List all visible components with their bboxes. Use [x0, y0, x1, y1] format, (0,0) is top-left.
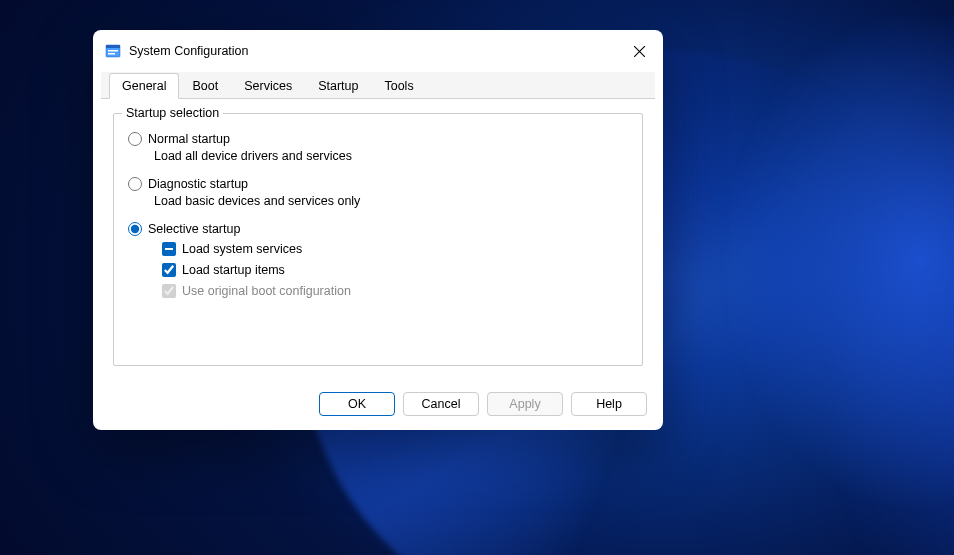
check-use-original-boot	[162, 284, 176, 298]
radio-desc: Load basic devices and services only	[154, 194, 628, 208]
radio-diagnostic-startup[interactable]	[128, 177, 142, 191]
window-title: System Configuration	[129, 44, 249, 58]
tab-tools[interactable]: Tools	[371, 73, 426, 99]
help-button[interactable]: Help	[571, 392, 647, 416]
system-configuration-dialog: System Configuration General Boot Servic…	[93, 30, 663, 430]
svg-rect-3	[108, 53, 115, 55]
tab-services[interactable]: Services	[231, 73, 305, 99]
close-icon	[634, 46, 645, 57]
cancel-button[interactable]: Cancel	[403, 392, 479, 416]
ok-button[interactable]: OK	[319, 392, 395, 416]
check-load-system-services[interactable]	[162, 242, 176, 256]
radio-label[interactable]: Selective startup	[148, 222, 240, 236]
check-row-load-startup: Load startup items	[162, 263, 628, 277]
tab-general[interactable]: General	[109, 73, 179, 99]
msconfig-icon	[105, 43, 121, 59]
groupbox-legend: Startup selection	[122, 106, 223, 120]
tab-label: Tools	[384, 79, 413, 93]
tab-strip: General Boot Services Startup Tools	[101, 72, 655, 99]
radio-label[interactable]: Normal startup	[148, 132, 230, 146]
tab-label: Startup	[318, 79, 358, 93]
tab-label: Services	[244, 79, 292, 93]
check-label: Use original boot configuration	[182, 284, 351, 298]
titlebar: System Configuration	[93, 30, 663, 72]
tab-label: Boot	[192, 79, 218, 93]
tab-startup[interactable]: Startup	[305, 73, 371, 99]
svg-rect-1	[106, 45, 120, 48]
dialog-button-row: OK Cancel Apply Help	[93, 380, 663, 430]
check-label[interactable]: Load system services	[182, 242, 302, 256]
selective-check-area: Load system services Load startup items …	[162, 242, 628, 298]
check-row-load-system: Load system services	[162, 242, 628, 256]
tab-boot[interactable]: Boot	[179, 73, 231, 99]
apply-button[interactable]: Apply	[487, 392, 563, 416]
svg-rect-2	[108, 50, 118, 52]
startup-selection-group: Startup selection Normal startup Load al…	[113, 113, 643, 366]
radio-row-diagnostic: Diagnostic startup	[128, 177, 628, 191]
tab-content-general: Startup selection Normal startup Load al…	[93, 99, 663, 380]
check-label[interactable]: Load startup items	[182, 263, 285, 277]
check-row-original-boot: Use original boot configuration	[162, 284, 628, 298]
radio-row-normal: Normal startup	[128, 132, 628, 146]
tab-label: General	[122, 79, 166, 93]
radio-desc: Load all device drivers and services	[154, 149, 628, 163]
close-button[interactable]	[623, 35, 655, 67]
check-load-startup-items[interactable]	[162, 263, 176, 277]
radio-label[interactable]: Diagnostic startup	[148, 177, 248, 191]
radio-selective-startup[interactable]	[128, 222, 142, 236]
radio-row-selective: Selective startup	[128, 222, 628, 236]
radio-normal-startup[interactable]	[128, 132, 142, 146]
